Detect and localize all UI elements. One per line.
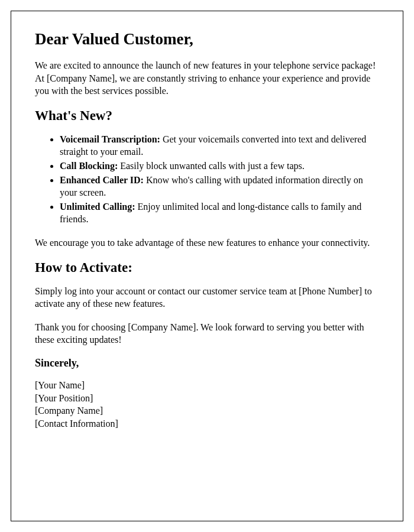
feature-desc: Easily block unwanted calls with just a … [118, 161, 304, 171]
activate-heading: How to Activate: [35, 260, 379, 275]
activate-paragraph: Simply log into your account or contact … [35, 285, 379, 310]
feature-title: Call Blocking: [60, 161, 118, 171]
signature-position: [Your Position] [35, 392, 379, 405]
signature-name: [Your Name] [35, 379, 379, 392]
intro-paragraph: We are excited to announce the launch of… [35, 59, 379, 98]
salutation: Dear Valued Customer, [35, 30, 379, 48]
signature-contact: [Contact Information] [35, 417, 379, 430]
list-item: Unlimited Calling: Enjoy unlimited local… [60, 200, 379, 226]
whats-new-heading: What's New? [35, 108, 379, 124]
feature-title: Unlimited Calling: [60, 202, 135, 212]
closing: Sincerely, [35, 357, 379, 369]
letter-container: Dear Valued Customer, We are excited to … [11, 11, 403, 521]
feature-list: Voicemail Transcription: Get your voicem… [35, 133, 379, 226]
list-item: Voicemail Transcription: Get your voicem… [60, 133, 379, 158]
feature-title: Voicemail Transcription: [60, 134, 160, 144]
feature-title: Enhanced Caller ID: [60, 175, 144, 185]
encourage-paragraph: We encourage you to take advantage of th… [35, 236, 379, 249]
signature-block: [Your Name] [Your Position] [Company Nam… [35, 379, 379, 430]
thanks-paragraph: Thank you for choosing [Company Name]. W… [35, 321, 379, 346]
list-item: Enhanced Caller ID: Know who's calling w… [60, 174, 379, 199]
list-item: Call Blocking: Easily block unwanted cal… [60, 160, 379, 173]
signature-company: [Company Name] [35, 404, 379, 417]
